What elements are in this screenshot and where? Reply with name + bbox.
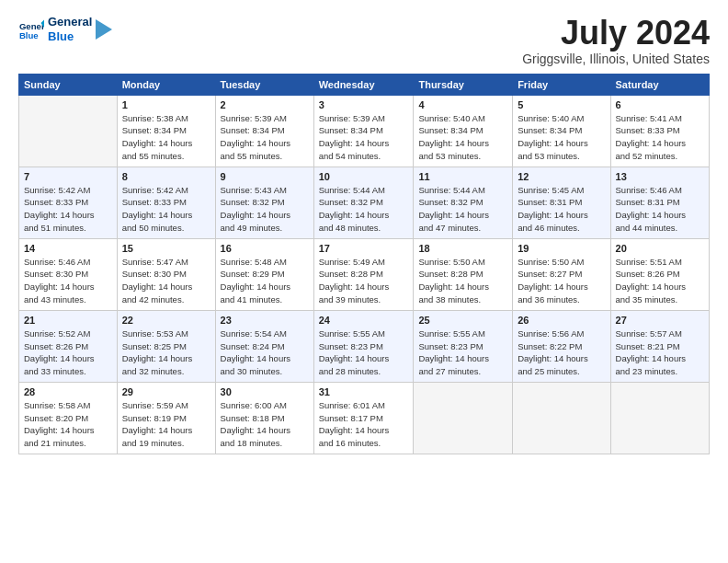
header-friday: Friday xyxy=(513,74,610,95)
day-cell: 27Sunrise: 5:57 AM Sunset: 8:21 PM Dayli… xyxy=(610,310,709,382)
day-number: 6 xyxy=(616,99,704,110)
day-cell: 1Sunrise: 5:38 AM Sunset: 8:34 PM Daylig… xyxy=(117,95,215,167)
day-info: Sunrise: 5:53 AM Sunset: 8:25 PM Dayligh… xyxy=(122,327,210,378)
header-monday: Monday xyxy=(117,74,215,95)
day-number: 11 xyxy=(418,171,507,182)
logo-icon: General Blue xyxy=(18,17,44,42)
day-info: Sunrise: 5:54 AM Sunset: 8:24 PM Dayligh… xyxy=(221,327,309,378)
day-number: 14 xyxy=(24,243,112,254)
day-info: Sunrise: 6:01 AM Sunset: 8:17 PM Dayligh… xyxy=(319,399,409,450)
day-number: 27 xyxy=(616,315,704,326)
location: Griggsville, Illinois, United States xyxy=(522,52,710,66)
day-number: 23 xyxy=(221,315,309,326)
day-cell: 24Sunrise: 5:55 AM Sunset: 8:23 PM Dayli… xyxy=(313,310,414,382)
day-cell: 13Sunrise: 5:46 AM Sunset: 8:31 PM Dayli… xyxy=(610,167,709,238)
day-cell: 29Sunrise: 5:59 AM Sunset: 8:19 PM Dayli… xyxy=(117,382,215,454)
day-number: 8 xyxy=(122,171,210,182)
day-info: Sunrise: 5:44 AM Sunset: 8:32 PM Dayligh… xyxy=(418,184,507,235)
day-number: 29 xyxy=(122,386,210,397)
week-row-3: 14Sunrise: 5:46 AM Sunset: 8:30 PM Dayli… xyxy=(19,238,710,310)
day-number: 13 xyxy=(616,171,704,182)
week-row-1: 1Sunrise: 5:38 AM Sunset: 8:34 PM Daylig… xyxy=(19,95,710,167)
day-number: 16 xyxy=(221,243,309,254)
day-cell: 19Sunrise: 5:50 AM Sunset: 8:27 PM Dayli… xyxy=(513,238,610,310)
day-info: Sunrise: 5:41 AM Sunset: 8:33 PM Dayligh… xyxy=(616,112,704,163)
day-cell: 16Sunrise: 5:48 AM Sunset: 8:29 PM Dayli… xyxy=(215,238,313,310)
page-header: General Blue General Blue July 2024 Grig… xyxy=(18,15,710,66)
day-cell xyxy=(513,382,610,454)
header-thursday: Thursday xyxy=(414,74,513,95)
day-cell: 4Sunrise: 5:40 AM Sunset: 8:34 PM Daylig… xyxy=(414,95,513,167)
day-info: Sunrise: 5:52 AM Sunset: 8:26 PM Dayligh… xyxy=(24,327,112,378)
day-info: Sunrise: 5:55 AM Sunset: 8:23 PM Dayligh… xyxy=(319,327,409,378)
day-number: 1 xyxy=(122,99,210,110)
day-info: Sunrise: 5:50 AM Sunset: 8:28 PM Dayligh… xyxy=(418,256,507,306)
day-number: 19 xyxy=(518,243,605,254)
day-cell: 20Sunrise: 5:51 AM Sunset: 8:26 PM Dayli… xyxy=(610,238,709,310)
day-info: Sunrise: 5:47 AM Sunset: 8:30 PM Dayligh… xyxy=(122,256,210,306)
day-cell: 25Sunrise: 5:55 AM Sunset: 8:23 PM Dayli… xyxy=(414,310,513,382)
day-cell: 2Sunrise: 5:39 AM Sunset: 8:34 PM Daylig… xyxy=(215,95,313,167)
day-info: Sunrise: 5:48 AM Sunset: 8:29 PM Dayligh… xyxy=(221,256,309,306)
day-cell: 22Sunrise: 5:53 AM Sunset: 8:25 PM Dayli… xyxy=(117,310,215,382)
day-cell xyxy=(19,95,118,167)
day-number: 15 xyxy=(122,243,210,254)
logo-arrow-icon xyxy=(96,19,112,40)
day-number: 10 xyxy=(319,171,409,182)
day-cell: 5Sunrise: 5:40 AM Sunset: 8:34 PM Daylig… xyxy=(513,95,610,167)
day-number: 21 xyxy=(24,315,112,326)
week-row-5: 28Sunrise: 5:58 AM Sunset: 8:20 PM Dayli… xyxy=(19,382,710,454)
day-info: Sunrise: 5:46 AM Sunset: 8:31 PM Dayligh… xyxy=(616,184,704,235)
day-info: Sunrise: 5:45 AM Sunset: 8:31 PM Dayligh… xyxy=(518,184,605,235)
day-info: Sunrise: 5:38 AM Sunset: 8:34 PM Dayligh… xyxy=(122,112,210,163)
day-number: 30 xyxy=(221,386,309,397)
day-cell: 23Sunrise: 5:54 AM Sunset: 8:24 PM Dayli… xyxy=(215,310,313,382)
day-info: Sunrise: 5:44 AM Sunset: 8:32 PM Dayligh… xyxy=(319,184,409,235)
day-number: 2 xyxy=(221,99,309,110)
calendar-table: SundayMondayTuesdayWednesdayThursdayFrid… xyxy=(18,74,710,454)
day-cell: 17Sunrise: 5:49 AM Sunset: 8:28 PM Dayli… xyxy=(313,238,414,310)
day-info: Sunrise: 5:40 AM Sunset: 8:34 PM Dayligh… xyxy=(518,112,605,163)
week-row-4: 21Sunrise: 5:52 AM Sunset: 8:26 PM Dayli… xyxy=(19,310,710,382)
day-info: Sunrise: 5:42 AM Sunset: 8:33 PM Dayligh… xyxy=(122,184,210,235)
day-cell: 9Sunrise: 5:43 AM Sunset: 8:32 PM Daylig… xyxy=(215,167,313,238)
day-info: Sunrise: 5:56 AM Sunset: 8:22 PM Dayligh… xyxy=(518,327,605,378)
header-wednesday: Wednesday xyxy=(313,74,414,95)
day-info: Sunrise: 5:42 AM Sunset: 8:33 PM Dayligh… xyxy=(24,184,112,235)
day-info: Sunrise: 5:39 AM Sunset: 8:34 PM Dayligh… xyxy=(221,112,309,163)
day-cell: 14Sunrise: 5:46 AM Sunset: 8:30 PM Dayli… xyxy=(19,238,118,310)
day-cell: 3Sunrise: 5:39 AM Sunset: 8:34 PM Daylig… xyxy=(313,95,414,167)
day-info: Sunrise: 5:57 AM Sunset: 8:21 PM Dayligh… xyxy=(616,327,704,378)
day-cell: 11Sunrise: 5:44 AM Sunset: 8:32 PM Dayli… xyxy=(414,167,513,238)
day-number: 22 xyxy=(122,315,210,326)
day-info: Sunrise: 5:40 AM Sunset: 8:34 PM Dayligh… xyxy=(418,112,507,163)
month-title: July 2024 xyxy=(522,15,710,52)
day-cell: 26Sunrise: 5:56 AM Sunset: 8:22 PM Dayli… xyxy=(513,310,610,382)
day-number: 4 xyxy=(418,99,507,110)
day-info: Sunrise: 5:39 AM Sunset: 8:34 PM Dayligh… xyxy=(319,112,409,163)
logo-blue: Blue xyxy=(48,29,92,44)
week-row-2: 7Sunrise: 5:42 AM Sunset: 8:33 PM Daylig… xyxy=(19,167,710,238)
header-sunday: Sunday xyxy=(19,74,118,95)
day-info: Sunrise: 5:46 AM Sunset: 8:30 PM Dayligh… xyxy=(24,256,112,306)
logo: General Blue General Blue xyxy=(18,15,112,43)
day-number: 5 xyxy=(518,99,605,110)
day-number: 26 xyxy=(518,315,605,326)
logo-general: General xyxy=(48,15,92,29)
day-cell: 30Sunrise: 6:00 AM Sunset: 8:18 PM Dayli… xyxy=(215,382,313,454)
day-cell xyxy=(414,382,513,454)
header-saturday: Saturday xyxy=(610,74,709,95)
day-number: 7 xyxy=(24,171,112,182)
day-cell: 6Sunrise: 5:41 AM Sunset: 8:33 PM Daylig… xyxy=(610,95,709,167)
day-cell: 28Sunrise: 5:58 AM Sunset: 8:20 PM Dayli… xyxy=(19,382,118,454)
svg-text:Blue: Blue xyxy=(19,29,39,40)
day-info: Sunrise: 5:59 AM Sunset: 8:19 PM Dayligh… xyxy=(122,399,210,450)
day-cell xyxy=(610,382,709,454)
day-cell: 8Sunrise: 5:42 AM Sunset: 8:33 PM Daylig… xyxy=(117,167,215,238)
day-cell: 18Sunrise: 5:50 AM Sunset: 8:28 PM Dayli… xyxy=(414,238,513,310)
day-info: Sunrise: 6:00 AM Sunset: 8:18 PM Dayligh… xyxy=(221,399,309,450)
day-cell: 10Sunrise: 5:44 AM Sunset: 8:32 PM Dayli… xyxy=(313,167,414,238)
svg-marker-3 xyxy=(96,19,112,40)
day-number: 28 xyxy=(24,386,112,397)
day-info: Sunrise: 5:55 AM Sunset: 8:23 PM Dayligh… xyxy=(418,327,507,378)
